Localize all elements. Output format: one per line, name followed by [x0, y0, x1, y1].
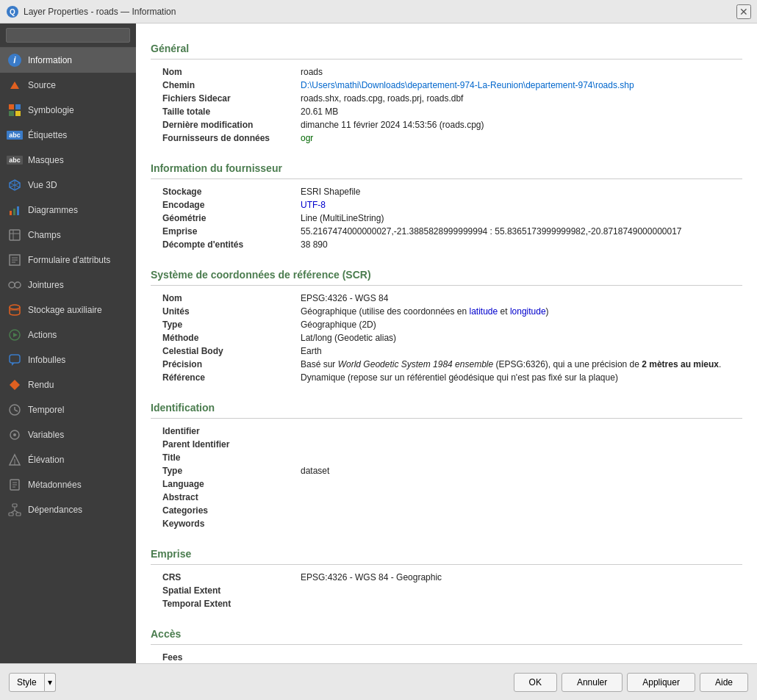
content-area: Général Nom roads Chemin D:\Users\mathi\…	[136, 24, 757, 663]
table-row: Spatial Extent	[151, 584, 742, 597]
titlebar: Q Layer Properties - roads — Information…	[0, 0, 757, 24]
stockage-label: Stockage	[151, 185, 298, 198]
close-button[interactable]: ✕	[736, 4, 751, 19]
scr-precision-value: Basé sur World Geodetic System 1984 ense…	[298, 358, 742, 371]
stockage-icon	[7, 303, 22, 317]
ident-type-label: Type	[151, 464, 298, 477]
sidebar-item-jointures[interactable]: Jointures	[0, 273, 136, 297]
section-general-title: Général	[151, 35, 742, 57]
sidebar-item-variables[interactable]: Variables	[0, 422, 136, 447]
stockage-value: ESRI Shapefile	[298, 185, 742, 198]
titlebar-left: Q Layer Properties - roads — Information	[6, 5, 176, 18]
sidebar-item-dependances[interactable]: Dépendances	[0, 497, 136, 522]
sidebar-label-source: Source	[28, 80, 56, 90]
appliquer-button[interactable]: Appliquer	[627, 673, 695, 692]
svg-rect-2	[9, 104, 14, 109]
table-row: Parent Identifier	[151, 438, 742, 451]
chemin-link[interactable]: D:\Users\mathi\Downloads\departement-974…	[301, 80, 634, 90]
sidebar-label-variables: Variables	[28, 430, 64, 440]
sidebar-item-information[interactable]: i Information	[0, 48, 136, 73]
content-inner: Général Nom roads Chemin D:\Users\mathi\…	[136, 24, 757, 663]
emp-crs-label: CRS	[151, 571, 298, 584]
fournisseur-table: Stockage ESRI Shapefile Encodage UTF-8 G…	[151, 185, 742, 251]
section-general-divider	[151, 59, 742, 59]
table-row: Nom EPSG:4326 - WGS 84	[151, 292, 742, 305]
ident-parent-value	[298, 438, 742, 451]
sidebar-label-masques: Masques	[28, 155, 64, 165]
masques-icon: abc	[7, 153, 22, 167]
emprise-table: CRS EPSG:4326 - WGS 84 - Geographic Spat…	[151, 571, 742, 610]
taille-label: Taille totale	[151, 105, 298, 118]
chemin-value: D:\Users\mathi\Downloads\departement-974…	[298, 79, 742, 92]
section-emprise-title: Emprise	[151, 541, 742, 563]
sidebar-item-etiquettes[interactable]: abc Étiquettes	[0, 123, 136, 148]
diagrammes-icon	[7, 203, 22, 217]
ok-button[interactable]: OK	[514, 673, 557, 692]
sidebar-item-symbologie[interactable]: Symbologie	[0, 98, 136, 123]
svg-rect-10	[10, 211, 12, 215]
ident-abstract-value	[298, 491, 742, 504]
style-button[interactable]: Style	[9, 673, 45, 692]
emp-spatial-label: Spatial Extent	[151, 584, 298, 597]
sidebar-item-rendu[interactable]: Rendu	[0, 372, 136, 397]
sidebar-item-vue3d[interactable]: Vue 3D	[0, 173, 136, 198]
table-row: Categories	[151, 504, 742, 517]
sidebar-item-champs[interactable]: Champs	[0, 223, 136, 248]
scr-reference-label: Référence	[151, 371, 298, 384]
ident-parent-label: Parent Identifier	[151, 438, 298, 451]
table-row: Référence Dynamique (repose sur un référ…	[151, 371, 742, 384]
table-row: CRS EPSG:4326 - WGS 84 - Geographic	[151, 571, 742, 584]
svg-marker-25	[13, 333, 18, 337]
svg-rect-5	[15, 111, 21, 116]
svg-rect-41	[9, 513, 13, 516]
ident-type-value: dataset	[298, 464, 742, 477]
sidebar-item-temporel[interactable]: Temporel	[0, 397, 136, 422]
geometrie-label: Géométrie	[151, 212, 298, 225]
sidebar-item-metadonnees[interactable]: Métadonnées	[0, 472, 136, 497]
section-identification-divider	[151, 418, 742, 419]
vue3d-icon	[7, 178, 22, 192]
ident-language-value	[298, 477, 742, 491]
acces-fees-label: Fees	[151, 651, 298, 663]
sidebar-item-source[interactable]: Source	[0, 73, 136, 98]
fichiers-label: Fichiers Sidecar	[151, 92, 298, 105]
annuler-button[interactable]: Annuler	[562, 673, 623, 692]
sidebar-item-actions[interactable]: Actions	[0, 322, 136, 347]
emprise-value: 55.2167474000000027,-21.3885828999999994…	[298, 225, 742, 238]
champs-icon	[7, 228, 22, 242]
scr-precision-label: Précision	[151, 358, 298, 371]
sidebar-label-metadonnees: Métadonnées	[28, 480, 82, 490]
table-row: Méthode Lat/long (Geodetic alias)	[151, 331, 742, 344]
sidebar-label-temporel: Temporel	[28, 405, 64, 415]
aide-button[interactable]: Aide	[700, 673, 748, 692]
nom-value: roads	[298, 65, 742, 79]
sidebar-item-diagrammes[interactable]: Diagrammes	[0, 198, 136, 223]
sidebar-item-stockage[interactable]: Stockage auxiliaire	[0, 297, 136, 322]
information-icon: i	[7, 53, 22, 68]
sidebar-item-formulaire[interactable]: Formulaire d'attributs	[0, 248, 136, 273]
source-icon	[7, 78, 22, 93]
sidebar-label-rendu: Rendu	[28, 380, 54, 390]
ident-categories-value	[298, 504, 742, 517]
style-dropdown-button[interactable]: ▾	[45, 673, 56, 692]
ident-language-label: Language	[151, 477, 298, 491]
sidebar-item-masques[interactable]: abc Masques	[0, 148, 136, 173]
fournisseurs-link[interactable]: ogr	[301, 133, 313, 143]
table-row: Dernière modification dimanche 11 févrie…	[151, 118, 742, 131]
svg-point-21	[15, 282, 21, 288]
infobulles-icon	[7, 353, 22, 367]
search-input[interactable]	[6, 28, 130, 43]
symbologie-icon	[7, 103, 22, 118]
search-box	[0, 24, 136, 48]
nom-label: Nom	[151, 65, 298, 79]
scr-type-label: Type	[151, 318, 298, 331]
svg-rect-4	[9, 111, 14, 116]
table-row: Unités Géographique (utilise des coordon…	[151, 305, 742, 318]
table-row: Précision Basé sur World Geodetic System…	[151, 358, 742, 371]
sidebar-item-infobulles[interactable]: Infobulles	[0, 347, 136, 372]
sidebar-label-stockage: Stockage auxiliaire	[28, 305, 102, 315]
svg-rect-11	[13, 209, 15, 215]
sidebar-item-elevation[interactable]: Élévation	[0, 447, 136, 472]
scr-methode-value: Lat/long (Geodetic alias)	[298, 331, 742, 344]
table-row: Géométrie Line (MultiLineString)	[151, 212, 742, 225]
